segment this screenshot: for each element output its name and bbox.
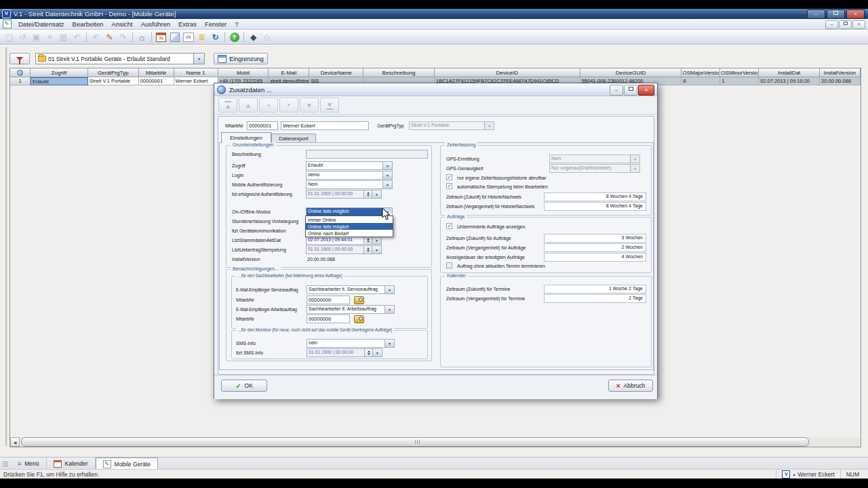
filter-button[interactable]: [9, 53, 30, 64]
zeitraum-verg-auftraege-value[interactable]: 2 Wochen: [544, 243, 646, 252]
back-icon[interactable]: ↶: [90, 31, 102, 43]
app-titlebar[interactable]: V V.1 - Streit Datentechnik GmbH - Demo …: [0, 9, 868, 19]
new-record-icon[interactable]: ▢: [3, 31, 16, 43]
zeitraum-zukunft-auftraege-value[interactable]: 3 Wochen: [544, 234, 646, 243]
abbruch-button[interactable]: × Abbruch: [608, 380, 653, 392]
eingrenzung-button[interactable]: Eingrenzung: [214, 53, 268, 64]
sms-info-select[interactable]: nein▼: [307, 339, 395, 348]
cell-geraetprgtyp[interactable]: Streit V.1 Portable: [88, 77, 139, 85]
nav-pageup-icon[interactable]: ▲: [239, 98, 258, 113]
cell-osmajor[interactable]: 6: [682, 77, 720, 85]
gps-ermittlung-select[interactable]: Nein▼: [549, 155, 640, 163]
mobile-auth-select[interactable]: Nein▼: [306, 180, 393, 189]
cell-installversion[interactable]: 20.00.00.088: [820, 77, 861, 85]
menu-ansicht[interactable]: Ansicht: [108, 20, 137, 28]
help-icon[interactable]: ?: [228, 31, 241, 43]
horizontal-scrollbar[interactable]: ◀: [10, 437, 861, 447]
col-mobil[interactable]: Mobil: [218, 68, 269, 77]
prgtyp-select[interactable]: Streit V.1 Portable ▼: [409, 121, 494, 130]
mitarbnr2-field[interactable]: [307, 314, 350, 323]
row-number-cell[interactable]: 1: [10, 77, 31, 85]
chevron-down-icon[interactable]: ▼: [382, 171, 392, 179]
settings-gear-icon[interactable]: ☼: [136, 31, 149, 43]
option-online-falls-moeglich[interactable]: Online falls möglich: [306, 223, 393, 230]
menu-extras[interactable]: Extras: [174, 20, 201, 28]
cube-icon[interactable]: [168, 31, 181, 43]
termin-terminieren-checkbox[interactable]: [446, 262, 452, 268]
cell-mitarbnr[interactable]: 00000001: [139, 77, 174, 85]
beschreibung-field[interactable]: [306, 150, 428, 159]
name-field[interactable]: [281, 121, 369, 130]
zeitraum-zukunft-historie-value[interactable]: 8 Wochen 4 Tage: [544, 192, 646, 201]
col-email[interactable]: E-Mail: [269, 68, 309, 77]
anzeigedauer-value[interactable]: 4 Wochen: [544, 253, 646, 262]
chevron-down-icon[interactable]: ▼: [384, 340, 394, 347]
col-beschreibung[interactable]: Beschreibung: [363, 68, 435, 77]
chevron-down-icon[interactable]: ▼: [384, 286, 394, 293]
unterminierte-checkbox[interactable]: ✓: [446, 223, 452, 229]
dialog-minimize-button[interactable]: –: [610, 85, 623, 96]
dialog-close-button[interactable]: ×: [638, 85, 654, 96]
col-mitarbnr[interactable]: MitarbNr: [139, 68, 174, 77]
col-osminor[interactable]: OSMinorVersio: [720, 68, 759, 77]
nav-next-icon[interactable]: ▾: [279, 98, 298, 113]
delete-icon[interactable]: ×: [43, 31, 56, 43]
mdi-restore-button[interactable]: [839, 20, 852, 29]
col-deviceid[interactable]: DeviceID: [435, 68, 580, 77]
zugriff-select[interactable]: Erlaubt▼: [306, 161, 393, 170]
scrollbar-thumb[interactable]: [21, 437, 809, 447]
mdi-minimize-button[interactable]: –: [825, 20, 838, 29]
eigene-historie-checkbox[interactable]: ✓: [446, 174, 452, 180]
col-zugriff[interactable]: Zugriff: [31, 68, 88, 77]
forward-icon[interactable]: ↷: [117, 31, 130, 43]
zeitraum-verg-termine-value[interactable]: 2 Tage: [544, 294, 646, 303]
ltzt-sms-datetime[interactable]: 01.01.1900 | 00:00:00 ▼: [307, 348, 382, 357]
email-arbeit-select[interactable]: Sachbearbeiter lt. Arbeitsauftrag▼: [307, 305, 395, 314]
spinner-icon[interactable]: [364, 190, 372, 199]
tabbar-grip[interactable]: [0, 458, 11, 470]
menu-fenster[interactable]: Fenster: [201, 20, 231, 28]
chevron-down-icon[interactable]: ▼: [384, 306, 394, 313]
tab-kalender[interactable]: Kalender: [47, 458, 96, 470]
col-devicename[interactable]: DeviceName: [309, 68, 363, 77]
tab-einstellungen[interactable]: Einstellungen: [221, 132, 271, 143]
email-service-select[interactable]: Sachbearbeiter lt. Serviceauftrag▼: [307, 285, 395, 294]
nav-prev-icon[interactable]: ▴: [259, 98, 278, 113]
zeitraum-zukunft-termine-value[interactable]: 1 Woche 2 Tage: [544, 285, 646, 293]
minimize-button[interactable]: –: [807, 9, 825, 19]
report-icon[interactable]: ✎: [103, 31, 116, 43]
mitarbnr-field[interactable]: [247, 121, 278, 130]
tab-menue[interactable]: ≡ Menü: [11, 458, 47, 470]
col-installversion[interactable]: InstallVersion: [820, 68, 861, 77]
cell-zugriff[interactable]: Erlaubt: [31, 77, 88, 85]
auto-stempelung-checkbox[interactable]: ✓: [446, 183, 452, 189]
calendar-icon[interactable]: 31: [155, 31, 167, 43]
diamond-icon[interactable]: ◆: [247, 31, 260, 43]
close-button[interactable]: ×: [846, 9, 865, 19]
chevron-down-icon[interactable]: ▼: [373, 348, 382, 357]
option-online-nach-bedarf[interactable]: Online nach Bedarf: [306, 230, 393, 237]
dialog-restore-button[interactable]: [624, 85, 637, 96]
tab-mobile-geraete[interactable]: ✎ Mobile Geräte: [96, 458, 158, 470]
tab-datenexport[interactable]: Datenexport: [271, 134, 316, 143]
menu-bearbeiten[interactable]: Bearbeiten: [68, 20, 108, 28]
undo-icon[interactable]: ↶: [71, 31, 83, 43]
mdi-close-button[interactable]: ×: [852, 20, 865, 29]
col-geraetprgtyp[interactable]: GerätPrgTyp: [88, 68, 139, 77]
zeitraum-verg-historie-value[interactable]: 8 Wochen 4 Tage: [544, 202, 646, 211]
layers-icon[interactable]: ≣: [195, 31, 208, 43]
chevron-down-icon[interactable]: ▼: [372, 190, 382, 199]
nav-last-icon[interactable]: ▼: [320, 98, 339, 113]
spinner-icon[interactable]: [365, 348, 373, 357]
lookup-icon[interactable]: [354, 296, 364, 304]
formula-icon[interactable]: √x: [182, 31, 195, 43]
mitarbnr1-field[interactable]: [307, 296, 350, 304]
gps-genauigkeit-select[interactable]: Nur ungenau(Drahtlosnetze)▼: [549, 164, 640, 173]
scroll-left-icon[interactable]: ◀: [10, 437, 20, 447]
option-immer-online[interactable]: immer Online: [306, 216, 393, 223]
login-select[interactable]: demo▼: [306, 171, 393, 180]
profile-select[interactable]: 01 Streit V.1 Portable Geräte - Erlaubt …: [35, 53, 205, 64]
ltzt-auth-datetime[interactable]: 01.01.1900 | 00:00:00 ▼: [306, 190, 382, 199]
chevron-down-icon[interactable]: ▼: [372, 245, 382, 254]
menu-ausfuehren[interactable]: Ausführen: [137, 20, 174, 28]
